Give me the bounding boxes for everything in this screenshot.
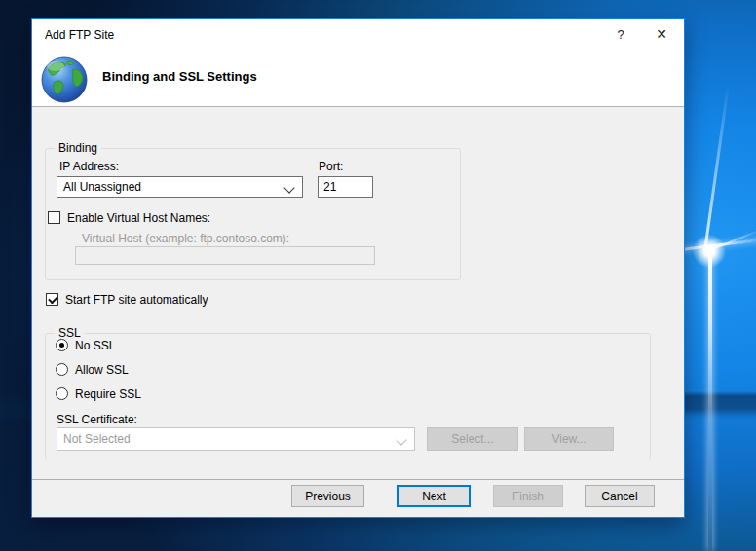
ssl-certificate-dropdown: Not Selected: [57, 427, 415, 451]
help-icon: ?: [617, 27, 624, 42]
radio-icon: [56, 363, 68, 376]
ip-address-label: IP Address:: [59, 160, 119, 173]
radio-require-ssl[interactable]: Require SSL: [56, 386, 141, 401]
light-beam: [708, 248, 712, 551]
chevron-down-icon: [284, 182, 294, 193]
chevron-down-icon: [396, 434, 406, 445]
port-input[interactable]: [318, 176, 373, 198]
binding-group-label: Binding: [55, 141, 101, 155]
port-label: Port:: [319, 160, 343, 173]
add-ftp-site-dialog: Add FTP Site ? ✕: [31, 18, 685, 518]
radio-allow-ssl-label: Allow SSL: [75, 363, 129, 377]
globe-icon: [40, 55, 89, 104]
cancel-button[interactable]: Cancel: [585, 485, 655, 507]
virtual-host-input: [75, 246, 375, 265]
checkbox-checked-icon: [46, 293, 58, 306]
close-icon: ✕: [656, 26, 667, 42]
radio-selected-icon: [56, 339, 68, 351]
window-title: Add FTP Site: [45, 28, 114, 42]
previous-button[interactable]: Previous: [291, 485, 364, 507]
radio-allow-ssl[interactable]: Allow SSL: [56, 362, 129, 377]
radio-require-ssl-label: Require SSL: [75, 387, 141, 401]
enable-vhost-label: Enable Virtual Host Names:: [67, 211, 210, 225]
light-beam: [703, 85, 730, 251]
light-glow: [693, 235, 726, 268]
light-beam: [710, 228, 756, 251]
checkbox-icon: [48, 211, 60, 224]
ip-address-value: All Unassigned: [63, 180, 141, 194]
finish-button: Finish: [493, 485, 563, 507]
start-ftp-automatically-label: Start FTP site automatically: [65, 293, 208, 307]
ip-address-dropdown[interactable]: All Unassigned: [57, 176, 303, 198]
radio-no-ssl-label: No SSL: [75, 339, 115, 352]
ssl-certificate-value: Not Selected: [63, 432, 131, 446]
page-title: Binding and SSL Settings: [102, 69, 257, 84]
view-certificate-button: View...: [524, 427, 614, 451]
select-certificate-button: Select...: [427, 427, 518, 451]
next-button[interactable]: Next: [397, 485, 471, 507]
radio-icon: [56, 387, 68, 400]
ssl-certificate-label: SSL Certificate:: [57, 413, 137, 426]
virtual-host-field-label: Virtual Host (example: ftp.contoso.com):: [82, 232, 289, 245]
close-button[interactable]: ✕: [650, 23, 673, 45]
start-ftp-automatically-checkbox[interactable]: Start FTP site automatically: [46, 292, 208, 307]
radio-no-ssl[interactable]: No SSL: [56, 338, 115, 352]
screen: Add FTP Site ? ✕: [0, 0, 756, 551]
enable-vhost-checkbox[interactable]: Enable Virtual Host Names:: [48, 210, 210, 225]
footer-divider: [32, 479, 684, 480]
help-button[interactable]: ?: [609, 23, 632, 45]
title-bar[interactable]: Add FTP Site ? ✕: [32, 19, 684, 49]
